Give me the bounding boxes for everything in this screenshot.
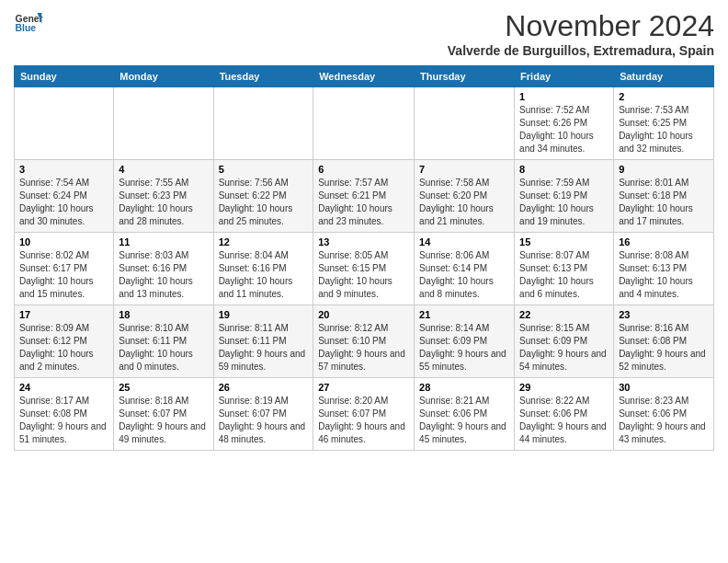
day-content: Sunrise: 8:02 AM Sunset: 6:17 PM Dayligh… xyxy=(19,249,108,301)
calendar-row-2: 10Sunrise: 8:02 AM Sunset: 6:17 PM Dayli… xyxy=(15,233,714,305)
day-number: 29 xyxy=(519,382,609,393)
day-content: Sunrise: 8:19 AM Sunset: 6:07 PM Dayligh… xyxy=(219,395,309,446)
day-content: Sunrise: 8:16 AM Sunset: 6:08 PM Dayligh… xyxy=(619,322,709,373)
day-content: Sunrise: 8:12 AM Sunset: 6:10 PM Dayligh… xyxy=(318,322,409,373)
calendar-cell: 5Sunrise: 7:56 AM Sunset: 6:22 PM Daylig… xyxy=(213,160,313,233)
calendar-cell: 9Sunrise: 8:01 AM Sunset: 6:18 PM Daylig… xyxy=(614,160,714,233)
weekday-header-tuesday: Tuesday xyxy=(213,66,313,87)
day-content: Sunrise: 8:21 AM Sunset: 6:06 PM Dayligh… xyxy=(419,395,509,446)
day-number: 13 xyxy=(318,236,409,247)
day-number: 20 xyxy=(318,309,409,320)
calendar-cell: 4Sunrise: 7:55 AM Sunset: 6:23 PM Daylig… xyxy=(114,160,213,233)
day-number: 23 xyxy=(619,309,709,320)
day-number: 5 xyxy=(219,164,309,175)
svg-text:Blue: Blue xyxy=(16,23,37,33)
day-content: Sunrise: 8:08 AM Sunset: 6:13 PM Dayligh… xyxy=(619,249,709,301)
day-content: Sunrise: 8:14 AM Sunset: 6:09 PM Dayligh… xyxy=(419,322,509,373)
day-number: 11 xyxy=(119,236,208,247)
calendar-cell: 3Sunrise: 7:54 AM Sunset: 6:24 PM Daylig… xyxy=(15,160,114,233)
calendar-table: SundayMondayTuesdayWednesdayThursdayFrid… xyxy=(14,65,714,451)
day-content: Sunrise: 8:23 AM Sunset: 6:06 PM Dayligh… xyxy=(619,395,709,446)
day-number: 17 xyxy=(19,309,108,320)
calendar-cell: 18Sunrise: 8:10 AM Sunset: 6:11 PM Dayli… xyxy=(114,305,213,378)
calendar-cell: 8Sunrise: 7:59 AM Sunset: 6:19 PM Daylig… xyxy=(515,160,614,233)
day-number: 2 xyxy=(619,91,709,102)
calendar-row-4: 24Sunrise: 8:17 AM Sunset: 6:08 PM Dayli… xyxy=(15,378,714,451)
header-row: SundayMondayTuesdayWednesdayThursdayFrid… xyxy=(15,66,714,87)
calendar-cell xyxy=(213,87,313,160)
calendar-cell: 21Sunrise: 8:14 AM Sunset: 6:09 PM Dayli… xyxy=(415,305,515,378)
weekday-header-monday: Monday xyxy=(114,66,213,87)
weekday-header-friday: Friday xyxy=(515,66,614,87)
calendar-cell: 25Sunrise: 8:18 AM Sunset: 6:07 PM Dayli… xyxy=(114,378,213,451)
calendar-cell xyxy=(114,87,213,160)
calendar-cell: 13Sunrise: 8:05 AM Sunset: 6:15 PM Dayli… xyxy=(313,233,415,305)
calendar-cell: 20Sunrise: 8:12 AM Sunset: 6:10 PM Dayli… xyxy=(313,305,415,378)
day-number: 8 xyxy=(519,164,609,175)
calendar-cell: 7Sunrise: 7:58 AM Sunset: 6:20 PM Daylig… xyxy=(415,160,515,233)
calendar-cell: 24Sunrise: 8:17 AM Sunset: 6:08 PM Dayli… xyxy=(15,378,114,451)
day-content: Sunrise: 8:07 AM Sunset: 6:13 PM Dayligh… xyxy=(519,249,609,301)
day-number: 7 xyxy=(419,164,509,175)
day-content: Sunrise: 8:06 AM Sunset: 6:14 PM Dayligh… xyxy=(419,249,509,301)
calendar-cell: 27Sunrise: 8:20 AM Sunset: 6:07 PM Dayli… xyxy=(313,378,415,451)
calendar-cell xyxy=(15,87,114,160)
day-number: 26 xyxy=(219,382,309,393)
day-content: Sunrise: 8:03 AM Sunset: 6:16 PM Dayligh… xyxy=(119,249,208,301)
calendar-row-1: 3Sunrise: 7:54 AM Sunset: 6:24 PM Daylig… xyxy=(15,160,714,233)
day-content: Sunrise: 8:10 AM Sunset: 6:11 PM Dayligh… xyxy=(119,322,208,373)
calendar-cell xyxy=(415,87,515,160)
calendar-cell: 19Sunrise: 8:11 AM Sunset: 6:11 PM Dayli… xyxy=(213,305,313,378)
day-number: 21 xyxy=(419,309,509,320)
day-number: 14 xyxy=(419,236,509,247)
header: General Blue November 2024 Valverde de B… xyxy=(14,9,714,58)
day-content: Sunrise: 8:22 AM Sunset: 6:06 PM Dayligh… xyxy=(519,395,609,446)
calendar-cell: 11Sunrise: 8:03 AM Sunset: 6:16 PM Dayli… xyxy=(114,233,213,305)
day-number: 16 xyxy=(619,236,709,247)
calendar-cell: 17Sunrise: 8:09 AM Sunset: 6:12 PM Dayli… xyxy=(15,305,114,378)
calendar-cell xyxy=(313,87,415,160)
calendar-cell: 26Sunrise: 8:19 AM Sunset: 6:07 PM Dayli… xyxy=(213,378,313,451)
day-content: Sunrise: 8:18 AM Sunset: 6:07 PM Dayligh… xyxy=(119,395,208,446)
day-number: 22 xyxy=(519,309,609,320)
month-title: November 2024 xyxy=(448,9,714,43)
calendar-cell: 16Sunrise: 8:08 AM Sunset: 6:13 PM Dayli… xyxy=(614,233,714,305)
day-number: 4 xyxy=(119,164,208,175)
calendar-row-3: 17Sunrise: 8:09 AM Sunset: 6:12 PM Dayli… xyxy=(15,305,714,378)
day-number: 28 xyxy=(419,382,509,393)
day-content: Sunrise: 8:05 AM Sunset: 6:15 PM Dayligh… xyxy=(318,249,409,301)
calendar-cell: 1Sunrise: 7:52 AM Sunset: 6:26 PM Daylig… xyxy=(515,87,614,160)
calendar-row-0: 1Sunrise: 7:52 AM Sunset: 6:26 PM Daylig… xyxy=(15,87,714,160)
calendar-cell: 14Sunrise: 8:06 AM Sunset: 6:14 PM Dayli… xyxy=(415,233,515,305)
calendar-cell: 15Sunrise: 8:07 AM Sunset: 6:13 PM Dayli… xyxy=(515,233,614,305)
calendar-cell: 30Sunrise: 8:23 AM Sunset: 6:06 PM Dayli… xyxy=(614,378,714,451)
calendar-cell: 10Sunrise: 8:02 AM Sunset: 6:17 PM Dayli… xyxy=(15,233,114,305)
calendar-cell: 28Sunrise: 8:21 AM Sunset: 6:06 PM Dayli… xyxy=(415,378,515,451)
day-content: Sunrise: 8:11 AM Sunset: 6:11 PM Dayligh… xyxy=(219,322,309,373)
calendar-cell: 23Sunrise: 8:16 AM Sunset: 6:08 PM Dayli… xyxy=(614,305,714,378)
day-content: Sunrise: 7:54 AM Sunset: 6:24 PM Dayligh… xyxy=(19,177,108,228)
title-area: November 2024 Valverde de Burguillos, Ex… xyxy=(448,9,714,58)
day-number: 27 xyxy=(318,382,409,393)
day-number: 24 xyxy=(19,382,108,393)
day-content: Sunrise: 8:15 AM Sunset: 6:09 PM Dayligh… xyxy=(519,322,609,373)
weekday-header-sunday: Sunday xyxy=(15,66,114,87)
day-content: Sunrise: 7:53 AM Sunset: 6:25 PM Dayligh… xyxy=(619,104,709,155)
weekday-header-thursday: Thursday xyxy=(415,66,515,87)
location-title: Valverde de Burguillos, Extremadura, Spa… xyxy=(448,43,714,58)
day-number: 10 xyxy=(19,236,108,247)
day-content: Sunrise: 8:17 AM Sunset: 6:08 PM Dayligh… xyxy=(19,395,108,446)
calendar-cell: 29Sunrise: 8:22 AM Sunset: 6:06 PM Dayli… xyxy=(515,378,614,451)
weekday-header-saturday: Saturday xyxy=(614,66,714,87)
day-content: Sunrise: 8:04 AM Sunset: 6:16 PM Dayligh… xyxy=(219,249,309,301)
calendar-cell: 12Sunrise: 8:04 AM Sunset: 6:16 PM Dayli… xyxy=(213,233,313,305)
logo: General Blue xyxy=(14,9,43,39)
day-number: 9 xyxy=(619,164,709,175)
day-content: Sunrise: 7:55 AM Sunset: 6:23 PM Dayligh… xyxy=(119,177,208,228)
day-content: Sunrise: 8:20 AM Sunset: 6:07 PM Dayligh… xyxy=(318,395,409,446)
day-number: 1 xyxy=(519,91,609,102)
weekday-header-wednesday: Wednesday xyxy=(313,66,415,87)
calendar-cell: 6Sunrise: 7:57 AM Sunset: 6:21 PM Daylig… xyxy=(313,160,415,233)
day-number: 30 xyxy=(619,382,709,393)
day-content: Sunrise: 7:59 AM Sunset: 6:19 PM Dayligh… xyxy=(519,177,609,228)
